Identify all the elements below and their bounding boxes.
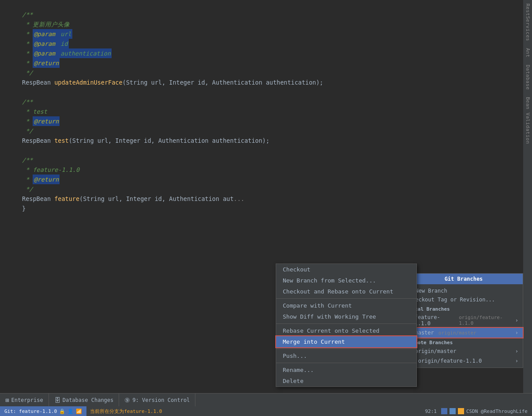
tabs-row: ⊞ Enterprise 🗄 Database Changes ⑨ 9: Ver… — [0, 393, 532, 406]
code-line — [0, 0, 523, 10]
enterprise-tab[interactable]: ⊞ Enterprise — [0, 394, 49, 406]
code-line: * @return — [0, 175, 523, 184]
chevron-icon-remote-master: › — [515, 348, 518, 354]
code-line: /** — [0, 10, 523, 19]
chevron-icon: › — [515, 317, 518, 323]
branch-name-master: master — [415, 330, 434, 336]
code-line: * test — [0, 107, 523, 116]
version-control-label: 9: Version Control — [132, 397, 190, 403]
code-line: */ — [0, 68, 523, 78]
csdn-label: CSDN @ReadThroughLife — [441, 408, 528, 414]
sidebar-label-database[interactable]: Database — [524, 61, 532, 93]
code-line: RespBean updateAdminUserFace(String url,… — [0, 78, 523, 87]
git-branches-body: + New Branch Checkout Tag or Revision...… — [405, 284, 523, 368]
git-signal-icon: 📶 — [76, 409, 82, 414]
remote-branch-name-master: origin/master — [415, 348, 456, 354]
context-menu-merge[interactable]: Merge into Current — [276, 336, 416, 347]
code-line: */ — [0, 126, 523, 136]
context-menu-checkout[interactable]: Checkout — [276, 264, 416, 275]
status-right: 92:1 CSDN @ReadThroughLife — [425, 408, 532, 414]
version-control-tab[interactable]: ⑨ 9: Version Control — [119, 394, 195, 406]
git-branch-status-label: Git: feature-1.1.0 — [4, 409, 57, 414]
branch-item-master[interactable]: ★ master origin/master › — [405, 328, 523, 338]
version-control-icon: ⑨ — [124, 397, 130, 404]
code-line: */ — [0, 184, 523, 194]
git-branches-panel: Git Branches + New Branch Checkout Tag o… — [404, 273, 523, 368]
context-menu-show-diff[interactable]: Show Diff with Working Tree — [276, 311, 416, 322]
line-info: 92:1 — [425, 409, 437, 414]
color-sq-orange — [458, 408, 464, 414]
chevron-icon-master: › — [515, 330, 518, 336]
current-branch-info: 当前所在分支为feature-1.1.0 — [86, 408, 165, 415]
git-branches-header: Git Branches — [405, 274, 523, 284]
branch-name-feature: feature-1.1.0 — [415, 314, 454, 327]
branch-origin-feature: origin/feature-1.1.0 — [459, 315, 515, 326]
context-menu-checkout-rebase[interactable]: Checkout and Rebase onto Current — [276, 286, 416, 297]
code-line: RespBean feature(String url, Integer id,… — [0, 194, 523, 204]
code-line: * @return — [0, 116, 523, 126]
context-menu-delete[interactable]: Delete — [276, 375, 416, 386]
local-branches-label: Local Branches — [405, 304, 523, 313]
database-changes-label: Database Changes — [63, 397, 114, 403]
sidebar-label-ant[interactable]: Ant — [524, 45, 532, 61]
branch-origin-master: origin/master — [438, 330, 476, 336]
new-branch-button[interactable]: + New Branch — [405, 286, 523, 295]
database-changes-icon: 🗄 — [54, 397, 60, 404]
context-menu-separator-4 — [276, 363, 416, 363]
git-lock-icon: 🔒 — [59, 409, 65, 414]
enterprise-icon: ⊞ — [5, 397, 9, 404]
context-menu-separator-1 — [276, 298, 416, 299]
context-menu-separator-2 — [276, 323, 416, 324]
context-menu-rename[interactable]: Rename... — [276, 364, 416, 375]
status-row: Git: feature-1.1.0 🔒 👤 📶 当前所在分支为feature-… — [0, 406, 532, 416]
remote-branches-label: Remote Branches — [405, 338, 523, 346]
checkout-tag-button[interactable]: Checkout Tag or Revision... — [405, 295, 523, 304]
code-line: * @param url — [0, 29, 523, 39]
status-left: Git: feature-1.1.0 🔒 👤 📶 当前所在分支为feature-… — [0, 406, 165, 416]
code-line — [0, 87, 523, 97]
context-menu-new-branch[interactable]: New Branch from Selected... — [276, 275, 416, 286]
right-sidebar: RestServices Ant Database Bean Validatio… — [523, 0, 532, 416]
remote-branch-name-feature: origin/feature-1.1.0 — [418, 358, 482, 364]
enterprise-label: Enterprise — [11, 397, 43, 403]
code-line: * @param id — [0, 39, 523, 48]
git-branch-status-button[interactable]: Git: feature-1.1.0 🔒 👤 📶 — [0, 406, 86, 416]
remote-branch-master[interactable]: ★ origin/master › — [405, 346, 523, 356]
code-line: /** — [0, 97, 523, 107]
code-line: } — [0, 204, 523, 213]
code-line — [0, 145, 523, 155]
code-line: * feature-1.1.0 — [0, 165, 523, 175]
branch-item-feature[interactable]: ◇ feature-1.1.0 origin/feature-1.1.0 › — [405, 313, 523, 328]
chevron-icon-remote-feature: › — [515, 358, 518, 364]
color-sq-lightblue — [450, 408, 456, 414]
color-sq-blue — [441, 408, 447, 414]
code-line: RespBean test(String url, Integer id, Au… — [0, 136, 523, 145]
git-user-icon: 👤 — [67, 409, 74, 414]
code-line: * 更新用户头像 — [0, 19, 523, 29]
sidebar-label-bean-validation[interactable]: Bean Validation — [524, 93, 532, 148]
context-menu-push[interactable]: Push... — [276, 350, 416, 361]
code-line: * @return — [0, 58, 523, 68]
context-menu: Checkout New Branch from Selected... Che… — [276, 264, 417, 387]
context-menu-separator-3 — [276, 349, 416, 349]
sidebar-label-restservices[interactable]: RestServices — [524, 0, 532, 45]
context-menu-rebase[interactable]: Rebase Current onto Selected — [276, 325, 416, 336]
database-changes-tab[interactable]: 🗄 Database Changes — [49, 394, 120, 406]
remote-branch-feature[interactable]: origin/feature-1.1.0 › — [405, 356, 523, 365]
context-menu-compare[interactable]: Compare with Current — [276, 300, 416, 311]
code-line: /** — [0, 155, 523, 165]
code-line: * @param authentication — [0, 48, 523, 58]
